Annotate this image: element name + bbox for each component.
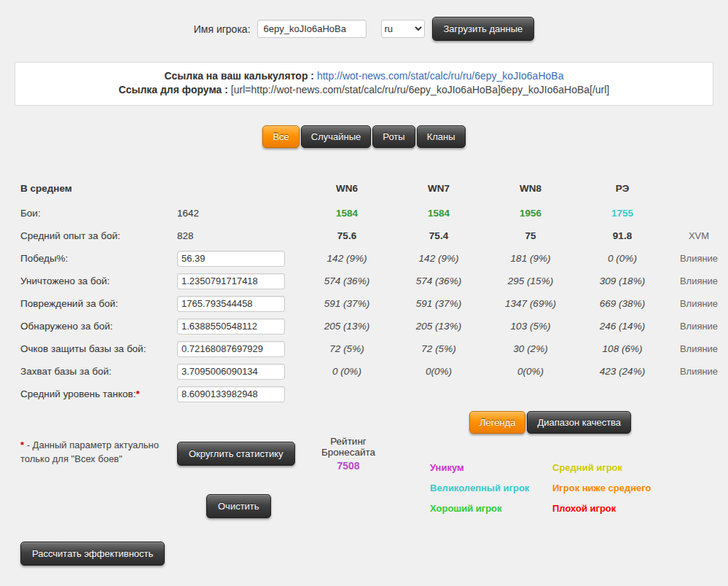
stat-cell-wn6: 72 (5%) — [301, 337, 393, 360]
stat-cell-wn7: 75.4 — [393, 224, 485, 247]
col-header-wn6: WN6 — [301, 174, 393, 202]
stat-cell-wn8: 1347 (69%) — [485, 292, 576, 315]
stat-cell-re: 108 (6%) — [576, 337, 668, 360]
stat-cell-wn6: 205 (13%) — [301, 315, 393, 337]
calc-link-label: Ссылка на ваш калькулятор — [165, 70, 308, 82]
forum-link-code: [url=http://wot-news.com/stat/calc/ru/ru… — [231, 84, 609, 95]
row-label-damage: Повреждений за бой: — [20, 292, 177, 315]
stat-cell-re: 423 (24%) — [576, 360, 668, 383]
forum-link-colon: : — [224, 84, 228, 95]
footnote-text: - Данный параметр актуально только для "… — [20, 440, 159, 464]
stat-cell-re: 91.8 — [576, 224, 668, 247]
stat-cell-wn8: 30 (2%) — [485, 337, 576, 360]
player-name-label: Имя игрока: — [194, 23, 251, 35]
header-spacer — [668, 174, 728, 202]
tank-tier-label-text: Средний уровень танков: — [20, 388, 136, 399]
influence-label: Влияние — [668, 247, 728, 270]
stat-cell-wn8: 103 (5%) — [485, 315, 576, 337]
influence-label: Влияние — [668, 270, 728, 292]
stat-cell-re: 1755 — [576, 202, 668, 224]
stat-cell-wn6: 591 (37%) — [301, 292, 393, 315]
player-name-input[interactable] — [257, 20, 367, 38]
influence-label: Влияние — [668, 315, 728, 337]
col-header-wn8: WN8 — [485, 174, 576, 202]
influence-label: Влияние — [668, 360, 728, 383]
row-label-wins: Победы%: — [20, 247, 177, 270]
forum-link-label: Ссылка для форума — [119, 84, 222, 95]
stat-cell-re: 309 (18%) — [576, 270, 668, 292]
legend-item: Средний игрок — [552, 462, 651, 473]
extra-cell — [668, 202, 728, 224]
capture-input[interactable] — [177, 364, 285, 380]
tab-quality-range[interactable]: Диапазон качества — [527, 411, 631, 434]
tab-legend[interactable]: Легенда — [469, 411, 525, 434]
stat-cell-wn8: 181 (9%) — [485, 247, 576, 270]
stat-cell-wn6: 0 (0%) — [301, 360, 393, 383]
stat-cell-wn8: 75 — [485, 224, 576, 247]
player-form: Имя игрока: ru Загрузить данные — [0, 0, 728, 42]
col-header-wn7: WN7 — [393, 174, 485, 202]
legend-tabs: Легенда Диапазон качества — [469, 411, 632, 434]
xvm-label: XVM — [668, 224, 728, 247]
legend-item: Уникум — [430, 462, 552, 473]
server-select[interactable]: ru — [381, 20, 425, 38]
stat-cell-wn8: 295 (15%) — [485, 270, 576, 292]
forum-link-line: Ссылка для форума : [url=http://wot-news… — [15, 83, 713, 97]
row-label-spotted: Обнаружено за бой: — [20, 315, 177, 337]
tank-tier-input[interactable] — [177, 386, 285, 402]
rating-label-line1: Рейтинг — [312, 436, 385, 447]
load-data-button[interactable]: Загрузить данные — [432, 17, 535, 41]
clear-button[interactable]: Очистить — [206, 494, 271, 518]
row-label-tank-tier: Средний уровень танков:* — [20, 383, 177, 405]
stat-cell-wn8: 0(0%) — [485, 360, 576, 383]
row-label-avg-exp: Средний опыт за бой: — [20, 224, 177, 247]
rating-value: 7508 — [312, 461, 385, 472]
row-label-frags: Уничтожено за бой: — [20, 270, 177, 292]
stat-cell-wn7: 0(0%) — [393, 360, 485, 383]
stat-cell-wn6: 142 (9%) — [301, 247, 393, 270]
links-panel: Ссылка на ваш калькулятор : http://wot-n… — [15, 62, 713, 106]
col-header-re: РЭ — [576, 174, 668, 202]
required-asterisk: * — [136, 388, 140, 399]
rating-label-line2: Бронесайта — [312, 447, 385, 458]
row-label-battles: Бои: — [20, 202, 177, 224]
stat-cell-wn7: 591 (37%) — [393, 292, 485, 315]
tab-all[interactable]: Все — [262, 125, 299, 148]
stat-cell-re: 246 (14%) — [576, 315, 668, 337]
influence-label: Влияние — [668, 292, 728, 315]
tab-random[interactable]: Случайные — [301, 125, 372, 148]
influence-label: Влияние — [668, 337, 728, 360]
wins-percent-input[interactable] — [177, 251, 285, 267]
legend-item: Хороший игрок — [430, 503, 552, 514]
legend-item: Плохой игрок — [552, 503, 651, 514]
legend-item: Игрок ниже среднего — [552, 483, 651, 493]
stat-cell-wn8: 1956 — [485, 202, 576, 224]
stat-cell-wn6: 574 (36%) — [301, 270, 393, 292]
stat-cell-wn6: 1584 — [301, 202, 393, 224]
spotted-input[interactable] — [177, 319, 285, 335]
tab-companies[interactable]: Роты — [372, 125, 415, 148]
legend-item: Великолепный игрок — [430, 483, 552, 493]
stat-cell-wn7: 574 (36%) — [393, 270, 485, 292]
stat-cell-wn7: 72 (5%) — [393, 337, 485, 360]
battle-type-tabs: Все Случайные Роты Кланы — [0, 125, 728, 148]
damage-input[interactable] — [177, 296, 285, 312]
calc-link[interactable]: http://wot-news.com/stat/calc/ru/ru/6epy… — [317, 70, 564, 82]
round-stats-button[interactable]: Округлить статистику — [177, 442, 295, 466]
stat-cell-re: 0 (0%) — [576, 247, 668, 270]
stat-cell-wn7: 205 (13%) — [393, 315, 485, 337]
armor-site-rating: Рейтинг Бронесайта 7508 — [312, 436, 385, 472]
row-label-capture: Захват базы за бой: — [20, 360, 177, 383]
row-label-defense: Очков защиты базы за бой: — [20, 337, 177, 360]
defense-input[interactable] — [177, 341, 285, 357]
tab-clans[interactable]: Кланы — [417, 125, 466, 148]
stat-cell-wn7: 1584 — [393, 202, 485, 224]
stat-cell-re: 669 (38%) — [576, 292, 668, 315]
legend-list: Уникум Средний игрок Великолепный игрок … — [430, 462, 651, 514]
stat-cell-wn7: 142 (9%) — [393, 247, 485, 270]
footnote: * - Данный параметр актуально только для… — [20, 438, 165, 466]
bottom-panel: Легенда Диапазон качества * - Данный пар… — [0, 405, 728, 586]
avg-exp-value: 828 — [177, 224, 301, 247]
frags-input[interactable] — [177, 273, 285, 289]
calc-efficiency-button[interactable]: Рассчитать эффективность — [20, 542, 165, 566]
